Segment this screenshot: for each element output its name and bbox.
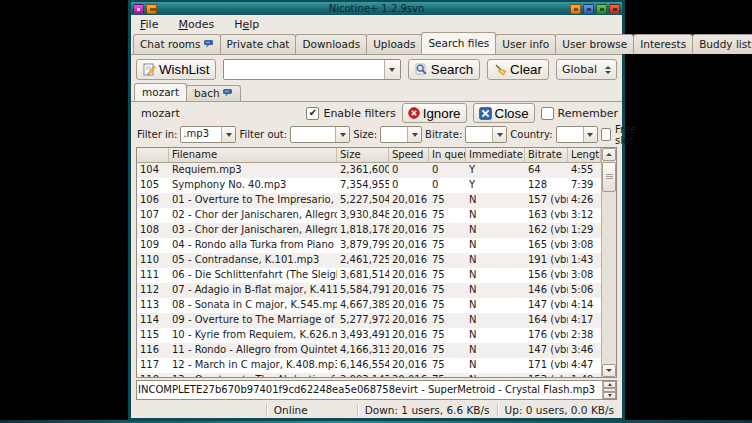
- remember-checkbox[interactable]: ✔: [541, 107, 554, 120]
- ignore-button[interactable]: Ignore: [402, 103, 467, 123]
- table-row[interactable]: 11207 - Adagio in B-flat major, K.411.mp…: [137, 283, 601, 298]
- scrollbar-track[interactable]: [602, 193, 616, 364]
- result-tab-mozart[interactable]: mozart: [134, 83, 187, 101]
- column-header-size[interactable]: Size: [337, 148, 389, 163]
- tab-uploads[interactable]: Uploads: [366, 34, 422, 54]
- titlebar[interactable]: Nicotine+ 1.2.9svn: [131, 2, 622, 15]
- cell-index: 112: [137, 283, 169, 298]
- cell-length: 7:39: [568, 178, 601, 193]
- window-close-button[interactable]: [609, 4, 620, 14]
- cell-index: 108: [137, 223, 169, 238]
- table-row[interactable]: 11106 - Die Schlittenfahrt (The Sleighri…: [137, 268, 601, 283]
- search-scope-select[interactable]: Global: [556, 59, 617, 80]
- column-header-index[interactable]: [137, 148, 169, 163]
- size-filter-dropdown[interactable]: [407, 127, 421, 142]
- arrow-down-icon: [608, 394, 612, 397]
- tab-private-chat[interactable]: Private chat: [220, 34, 297, 54]
- cell-length: 1:43: [568, 253, 601, 268]
- tab-chat-rooms[interactable]: Chat rooms: [133, 34, 221, 54]
- table-row[interactable]: 10904 - Rondo alla Turka from Piano Sona…: [137, 238, 601, 253]
- window-pin-button[interactable]: [146, 4, 157, 14]
- clear-button[interactable]: Clear: [487, 59, 549, 80]
- search-entry-combo: [223, 59, 400, 80]
- tab-search-files[interactable]: Search files: [421, 32, 496, 54]
- filter-in-value[interactable]: .mp3: [181, 127, 221, 142]
- search-entry-dropdown[interactable]: [384, 60, 400, 79]
- column-header-bitrate[interactable]: Bitrate: [525, 148, 568, 163]
- remember-checkline[interactable]: ✔ Remember: [541, 107, 618, 120]
- size-filter-value[interactable]: [381, 127, 407, 142]
- filter-out-dropdown[interactable]: [335, 127, 349, 142]
- window-menu-button[interactable]: [133, 4, 144, 14]
- tab-user-browse[interactable]: User browse: [555, 34, 634, 54]
- column-header-filename[interactable]: Filename: [169, 148, 337, 163]
- menu-modes[interactable]: Modes: [176, 17, 216, 32]
- tab-downloads[interactable]: Downloads: [295, 34, 367, 54]
- filter-in-combo[interactable]: .mp3: [180, 126, 236, 143]
- window-maximize-button[interactable]: [596, 4, 607, 14]
- incomplete-scrollbar[interactable]: [602, 381, 616, 399]
- filter-out-combo[interactable]: [290, 126, 350, 143]
- enable-filters-checkline[interactable]: ✔ Enable filters: [306, 107, 395, 120]
- bitrate-filter-value[interactable]: [466, 127, 492, 142]
- cell-filename: 02 - Chor der Janischaren, Allegro from: [169, 208, 337, 223]
- country-filter-value[interactable]: [557, 127, 583, 142]
- filter-out-value[interactable]: [291, 127, 335, 142]
- scroll-up-button[interactable]: [602, 148, 616, 161]
- cell-immediate: N: [466, 313, 525, 328]
- window-minimize-button[interactable]: [583, 4, 594, 14]
- mini-scroll-down-button[interactable]: [603, 392, 616, 399]
- table-row[interactable]: 10702 - Chor der Janischaren, Allegro fr…: [137, 208, 601, 223]
- country-filter-combo[interactable]: [556, 126, 598, 143]
- free-slot-checkbox[interactable]: ✔: [601, 128, 611, 141]
- table-row[interactable]: 105Symphony No. 40.mp37,354,95500Y1287:3…: [137, 178, 601, 193]
- table-row[interactable]: 11510 - Kyrie from Requiem, K.626.mp33,4…: [137, 328, 601, 343]
- column-header-length[interactable]: Length: [568, 148, 601, 163]
- cell-bitrate: 147 (vbr): [525, 298, 568, 313]
- bitrate-filter-dropdown[interactable]: [492, 127, 506, 142]
- menu-file[interactable]: File: [138, 17, 160, 32]
- filter-in-dropdown[interactable]: [221, 127, 235, 142]
- search-icon: [415, 63, 428, 76]
- result-tab-bach[interactable]: bach: [186, 85, 241, 101]
- table-row[interactable]: 11611 - Rondo - Allegro from Quintet in …: [137, 343, 601, 358]
- main-tabs: Chat rooms Private chatDownloadsUploadsS…: [131, 33, 622, 55]
- cell-in-queue: 0: [429, 163, 466, 178]
- table-row[interactable]: 11005 - Contradanse, K.101.mp32,461,7252…: [137, 253, 601, 268]
- column-header-immediate[interactable]: Immediate: [466, 148, 525, 163]
- search-input[interactable]: [224, 60, 383, 79]
- search-button[interactable]: Search: [408, 59, 480, 80]
- column-header-speed[interactable]: Speed: [389, 148, 429, 163]
- mini-scroll-up-button[interactable]: [603, 381, 616, 388]
- bitrate-filter-combo[interactable]: [465, 126, 507, 143]
- cell-speed: 20,016: [389, 193, 429, 208]
- incomplete-file-text[interactable]: INCOMPLETE27b670b97401f9cd62248ea5e06875…: [137, 381, 602, 399]
- chevron-down-icon: [497, 133, 503, 137]
- window-shade-button[interactable]: [570, 4, 581, 14]
- cell-index: 104: [137, 163, 169, 178]
- cell-size: 5,227,504: [337, 193, 389, 208]
- results-vertical-scrollbar[interactable]: [601, 148, 616, 377]
- table-row[interactable]: 11308 - Sonata in C major, K.545.mp34,66…: [137, 298, 601, 313]
- close-search-button[interactable]: Close: [473, 103, 535, 123]
- table-row[interactable]: 11409 - Overture to The Marriage of Figa…: [137, 313, 601, 328]
- table-row[interactable]: 10601 - Overture to The Impresario, K.48…: [137, 193, 601, 208]
- size-filter-combo[interactable]: [380, 126, 422, 143]
- scroll-down-button[interactable]: [602, 364, 616, 377]
- wishlist-button[interactable]: WishList: [136, 59, 216, 80]
- tab-buddy-list[interactable]: Buddy list: [692, 34, 752, 54]
- table-row[interactable]: 11813 - Overture to The Abduction from t…: [137, 373, 601, 377]
- tab-user-info[interactable]: User info: [495, 34, 556, 54]
- country-filter-dropdown[interactable]: [583, 127, 597, 142]
- table-row[interactable]: 11712 - March in C major, K.408.mp36,146…: [137, 358, 601, 373]
- table-row[interactable]: 10803 - Chor der Janischaren, Allegro vi…: [137, 223, 601, 238]
- bitrate-filter-label: Bitrate:: [425, 129, 462, 140]
- table-row[interactable]: 104Requiem.mp32,361,60000Y644:55: [137, 163, 601, 178]
- column-header-in-queue[interactable]: In queue: [429, 148, 466, 163]
- menu-help[interactable]: Help: [232, 17, 261, 32]
- enable-filters-checkbox[interactable]: ✔: [306, 107, 319, 120]
- tab-interests[interactable]: Interests: [633, 34, 693, 54]
- scrollbar-thumb[interactable]: [602, 162, 616, 192]
- free-slot-checkline[interactable]: ✔ Free slot: [601, 124, 639, 146]
- cell-filename: 06 - Die Schlittenfahrt (The Sleighride): [169, 268, 337, 283]
